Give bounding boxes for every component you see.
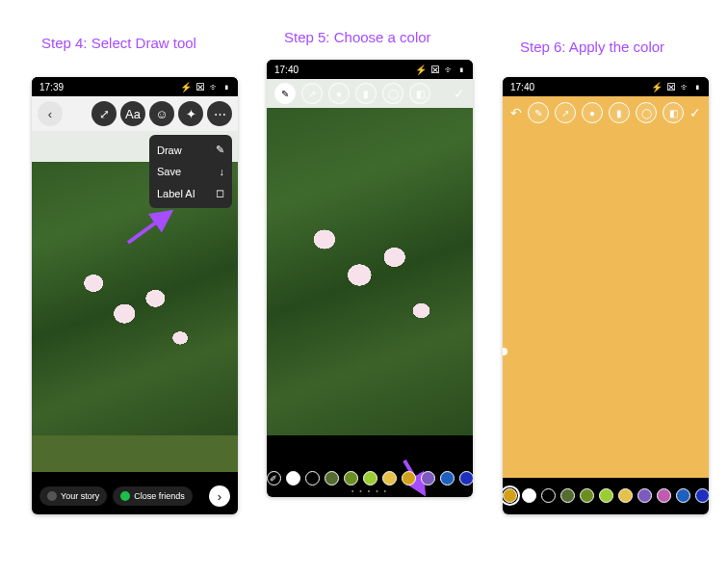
effects-icon[interactable]: ✦	[178, 101, 203, 126]
your-story-label: Your story	[61, 491, 99, 501]
more-icon[interactable]: ⋯	[207, 101, 232, 126]
done-button[interactable]: ✓	[454, 86, 465, 101]
draw-toolbar: ↶ ✎ ↗ ● ▮ ◯ ◧ ✓	[503, 98, 709, 127]
color-swatch[interactable]	[503, 488, 517, 503]
color-swatch[interactable]	[344, 471, 358, 485]
menu-label: Save	[157, 166, 181, 177]
arrow-tool-icon[interactable]: ↗	[555, 102, 576, 123]
eyedropper-icon[interactable]: ✐	[267, 471, 281, 485]
star-icon	[120, 491, 130, 501]
menu-item-save[interactable]: Save ↓	[149, 161, 232, 182]
close-friends-label: Close friends	[134, 491, 185, 501]
caption-step4: Step 4: Select Draw tool	[41, 35, 196, 51]
color-palette	[503, 488, 709, 503]
more-menu: Draw ✎ Save ↓ Label AI ◻	[149, 135, 232, 208]
color-swatch[interactable]	[459, 471, 474, 485]
color-swatch[interactable]	[618, 488, 633, 503]
color-swatch[interactable]	[560, 488, 575, 503]
menu-label: Label AI	[157, 188, 195, 199]
color-swatch[interactable]	[305, 471, 320, 485]
close-friends-button[interactable]: Close friends	[113, 486, 193, 506]
color-swatch[interactable]	[695, 488, 710, 503]
menu-item-label-ai[interactable]: Label AI ◻	[149, 182, 232, 204]
eraser-tool-icon[interactable]: ◧	[663, 102, 684, 123]
color-swatch[interactable]	[541, 488, 556, 503]
draw-icon: ✎	[216, 144, 224, 156]
color-palette: ✐	[267, 471, 473, 485]
pen-tool-icon[interactable]: ✎	[528, 102, 549, 123]
color-swatch[interactable]	[676, 488, 690, 503]
pen-tool-icon[interactable]: ✎	[274, 83, 296, 104]
color-swatch[interactable]	[382, 471, 397, 485]
color-swatch[interactable]	[440, 471, 455, 485]
brush-size-handle[interactable]	[503, 348, 507, 355]
glow-tool-icon[interactable]: ●	[582, 102, 603, 123]
sticker-icon[interactable]: ☺	[149, 101, 174, 126]
image-bottom-strip	[32, 435, 238, 472]
color-swatch[interactable]	[286, 471, 300, 485]
color-swatch[interactable]	[363, 471, 377, 485]
outline-tool-icon[interactable]: ◯	[382, 83, 403, 104]
status-icons: ⚡ ☒ ᯤ ▮	[415, 65, 465, 75]
square-icon: ◻	[216, 187, 224, 199]
outline-tool-icon[interactable]: ◯	[636, 102, 657, 123]
color-swatch[interactable]	[637, 488, 652, 503]
clock: 17:40	[274, 65, 299, 75]
status-icons: ⚡ ☒ ᯤ ▮	[180, 82, 230, 92]
palette-pager: • • • • •	[267, 487, 473, 494]
color-swatch[interactable]	[657, 488, 671, 503]
back-button[interactable]: ‹	[38, 101, 63, 126]
avatar-icon	[47, 491, 57, 501]
color-swatch[interactable]	[402, 471, 416, 485]
status-bar: 17:40 ⚡ ☒ ᯤ ▮	[267, 60, 473, 79]
color-swatch[interactable]	[599, 488, 613, 503]
arrow-tool-icon[interactable]: ↗	[301, 83, 323, 104]
status-bar: 17:39 ⚡ ☒ ᯤ ▮	[32, 77, 238, 96]
glow-tool-icon[interactable]: ●	[328, 83, 350, 104]
status-bar: 17:40 ⚡ ☒ ᯤ ▮	[503, 77, 709, 96]
phone-step4: 17:39 ⚡ ☒ ᯤ ▮ ‹ ⤢ Aa ☺ ✦ ⋯ Draw ✎ Save ↓…	[32, 77, 238, 514]
color-swatch[interactable]	[522, 488, 536, 503]
clock: 17:39	[39, 82, 64, 92]
expand-icon[interactable]: ⤢	[91, 101, 117, 126]
story-image	[267, 79, 473, 435]
caption-step6: Step 6: Apply the color	[520, 39, 664, 55]
menu-label: Draw	[157, 144, 182, 156]
annotation-arrow	[122, 202, 180, 250]
filled-canvas[interactable]	[503, 96, 709, 478]
svg-line-0	[128, 212, 170, 243]
editor-topbar: ‹ ⤢ Aa ☺ ✦ ⋯	[32, 96, 238, 131]
text-icon[interactable]: Aa	[120, 101, 145, 126]
share-bar: Your story Close friends ›	[32, 485, 238, 507]
chisel-tool-icon[interactable]: ▮	[355, 83, 377, 104]
done-button[interactable]: ✓	[689, 105, 701, 120]
clock: 17:40	[510, 82, 534, 92]
phone-step5: 17:40 ⚡ ☒ ᯤ ▮ ✎ ↗ ● ▮ ◯ ◧ ✓ ✐ • • • • •	[267, 60, 473, 497]
chisel-tool-icon[interactable]: ▮	[609, 102, 630, 123]
caption-step5: Step 5: Choose a color	[284, 29, 431, 45]
eraser-tool-icon[interactable]: ◧	[409, 83, 430, 104]
color-swatch[interactable]	[580, 488, 594, 503]
your-story-button[interactable]: Your story	[39, 486, 107, 506]
download-icon: ↓	[220, 166, 225, 177]
color-swatch[interactable]	[421, 471, 435, 485]
menu-item-draw[interactable]: Draw ✎	[149, 139, 232, 161]
phone-step6: 17:40 ⚡ ☒ ᯤ ▮ ↶ ✎ ↗ ● ▮ ◯ ◧ ✓	[503, 77, 709, 514]
send-button[interactable]: ›	[209, 485, 230, 507]
color-swatch[interactable]	[325, 471, 339, 485]
undo-icon[interactable]: ↶	[510, 105, 522, 120]
draw-toolbar: ✎ ↗ ● ▮ ◯ ◧ ✓	[267, 79, 473, 108]
status-icons: ⚡ ☒ ᯤ ▮	[651, 82, 701, 92]
